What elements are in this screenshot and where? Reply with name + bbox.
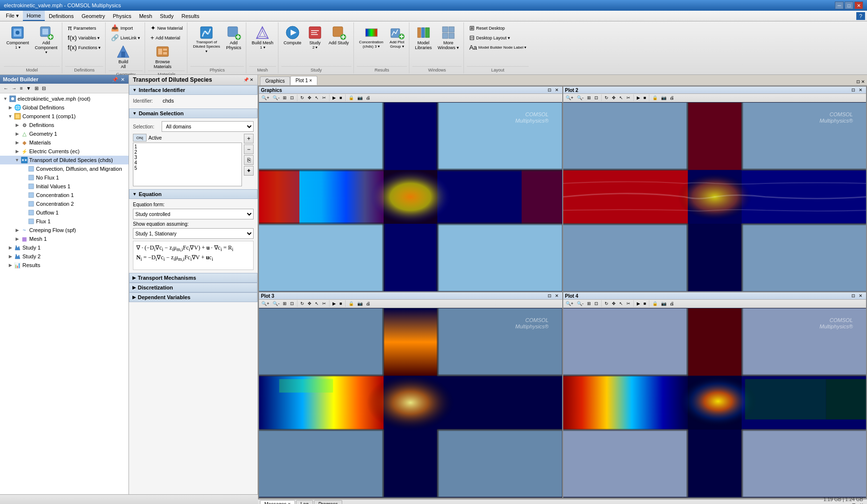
- tree-component1[interactable]: ▼ Component 1 (comp1): [0, 112, 129, 121]
- zoom-in-btn[interactable]: 🔍+: [260, 94, 271, 101]
- tree-initial-values1[interactable]: Initial Values 1: [0, 182, 129, 191]
- equation-form-dropdown[interactable]: Study controlled: [133, 209, 254, 219]
- tree-expand-all-btn[interactable]: ⊞: [33, 85, 40, 92]
- tab-log[interactable]: Log: [296, 500, 313, 504]
- p3-lock[interactable]: 🔒: [347, 300, 355, 307]
- domain-item-1[interactable]: 1: [134, 144, 240, 149]
- plot1-close-btn[interactable]: ✕: [553, 87, 560, 93]
- compute-button[interactable]: Compute: [281, 23, 304, 47]
- export-btn[interactable]: 🖨: [365, 94, 372, 101]
- p4-plot[interactable]: ▶: [635, 300, 642, 307]
- domain-selection-section[interactable]: ▼ Domain Selection: [129, 108, 258, 118]
- p3-fit[interactable]: ⊡: [289, 300, 295, 307]
- p4-rotate[interactable]: ↻: [603, 300, 610, 307]
- model-libraries-button[interactable]: Model Libraries: [412, 23, 434, 52]
- show-equation-dropdown[interactable]: Study 1, Stationary: [133, 228, 254, 239]
- tree-view-btn[interactable]: ▼: [25, 85, 33, 92]
- zoom-out-btn[interactable]: 🔍-: [271, 94, 281, 101]
- dependent-variables-section[interactable]: ▶ Dependent Variables: [129, 292, 258, 302]
- tab-messages[interactable]: Messages ×: [260, 500, 295, 504]
- p3-zoom-in[interactable]: 🔍+: [260, 300, 271, 307]
- menu-mesh[interactable]: Mesh: [135, 11, 156, 21]
- tree-expand-btn[interactable]: ≡: [18, 85, 24, 92]
- build-mesh-button[interactable]: Build Mesh 1 ▾: [249, 23, 276, 51]
- menu-definitions[interactable]: Definitions: [45, 11, 77, 21]
- menu-geometry[interactable]: Geometry: [77, 11, 109, 21]
- domain-add-btn[interactable]: +: [244, 134, 254, 144]
- fit-btn[interactable]: ⊡: [289, 94, 295, 101]
- close-button[interactable]: ✕: [854, 1, 863, 9]
- tab-graphics[interactable]: Graphics: [260, 76, 290, 85]
- plot1-undock-btn[interactable]: ⊡: [546, 87, 553, 93]
- tree-outflow1[interactable]: Outflow 1: [0, 208, 129, 217]
- p4-export[interactable]: 🖨: [668, 300, 676, 307]
- p4-clip[interactable]: ✂: [625, 300, 632, 307]
- tree-convection-diffusion[interactable]: Convection, Diffusion, and Migration: [0, 164, 129, 173]
- tree-concentration2[interactable]: Concentration 2: [0, 199, 129, 208]
- new-material-button[interactable]: ✦ New Material: [148, 23, 185, 33]
- domain-item-4[interactable]: 4: [134, 160, 240, 165]
- p2-clip[interactable]: ✂: [625, 94, 632, 101]
- tree-results[interactable]: ▶ 📊 Results: [0, 261, 129, 270]
- tree-no-flux1[interactable]: No Flux 1: [0, 173, 129, 182]
- p4-zoom-box[interactable]: ⊞: [586, 300, 592, 307]
- tree-transport-diluted[interactable]: ▼ Transport of Diluted Species (chds): [0, 156, 129, 164]
- rotate-btn[interactable]: ↻: [299, 94, 306, 101]
- minimize-button[interactable]: ─: [835, 1, 844, 9]
- pan-btn[interactable]: ✥: [306, 94, 313, 101]
- domain-copy-btn[interactable]: ⎘: [244, 155, 254, 165]
- p2-pan[interactable]: ✥: [610, 94, 617, 101]
- p4-camera[interactable]: 📷: [660, 300, 668, 307]
- menu-file[interactable]: File ▾: [2, 11, 23, 21]
- model-builder-close-btn[interactable]: ✕: [120, 77, 126, 82]
- functions-button[interactable]: f(x) Functions ▾: [65, 43, 103, 52]
- domain-item-3[interactable]: 3: [134, 155, 240, 160]
- add-study-button[interactable]: Add Study: [326, 23, 351, 47]
- msg-undock-btn[interactable]: ⊡: [850, 502, 857, 504]
- tree-concentration1[interactable]: Concentration 1: [0, 191, 129, 199]
- interface-identifier-section[interactable]: ▼ Interface Identifier: [129, 85, 258, 95]
- plot4-undock-btn[interactable]: ⊡: [850, 293, 857, 299]
- plot3-undock-btn[interactable]: ⊡: [546, 293, 553, 299]
- p3-zoom-out[interactable]: 🔍-: [271, 300, 281, 307]
- tree-collapse-all-btn[interactable]: ⊟: [40, 85, 47, 92]
- tree-study1[interactable]: ▶ Study 1: [0, 243, 129, 252]
- active-toggle[interactable]: ON|: [133, 134, 147, 142]
- browse-materials-button[interactable]: Browse Materials: [148, 42, 177, 71]
- p4-fit[interactable]: ⊡: [593, 300, 600, 307]
- domain-remove-btn[interactable]: −: [244, 144, 254, 154]
- transport-mechanisms-section[interactable]: ▶ Transport Mechanisms: [129, 273, 258, 283]
- p4-pan[interactable]: ✥: [610, 300, 617, 307]
- p2-lock[interactable]: 🔒: [651, 94, 659, 101]
- reset-desktop-button[interactable]: ⊞ Reset Desktop: [467, 23, 529, 33]
- p2-select[interactable]: ↖: [618, 94, 625, 101]
- add-component-button[interactable]: Add Component ▾: [33, 23, 60, 56]
- plot4-close-btn[interactable]: ✕: [857, 293, 864, 299]
- p4-select[interactable]: ↖: [618, 300, 625, 307]
- import-button[interactable]: 📥 Import: [109, 23, 143, 33]
- transport-diluted-button[interactable]: Transport ofDiluted Species ▾: [190, 23, 222, 55]
- tree-back-btn[interactable]: ←: [2, 85, 10, 92]
- p3-camera[interactable]: 📷: [356, 300, 364, 307]
- p3-pan[interactable]: ✥: [306, 300, 313, 307]
- physics-pin-btn[interactable]: 📌: [243, 77, 249, 82]
- domain-list[interactable]: 1 2 3 4 5: [133, 143, 242, 186]
- tree-geometry1[interactable]: ▶ △ Geometry 1: [0, 129, 129, 138]
- node-label-button[interactable]: Aa Model Builder Node Label ▾: [467, 43, 529, 52]
- parameters-button[interactable]: π Parameters: [65, 23, 103, 33]
- p4-stop[interactable]: ■: [642, 300, 647, 307]
- menu-results[interactable]: Results: [178, 11, 203, 21]
- selection-dropdown[interactable]: All domains: [162, 121, 254, 132]
- menu-physics[interactable]: Physics: [109, 11, 135, 21]
- tree-materials[interactable]: ▶ ◆ Materials: [0, 138, 129, 147]
- tree-root[interactable]: ▼ electrokinetic_valve.mph (root): [0, 94, 129, 103]
- p2-plot[interactable]: ▶: [635, 94, 642, 101]
- graphics-close-btn[interactable]: ✕: [861, 79, 865, 84]
- tree-global-defs[interactable]: ▶ 🌐 Global Definitions: [0, 103, 129, 112]
- p3-plot[interactable]: ▶: [331, 300, 337, 307]
- p3-export[interactable]: 🖨: [365, 300, 372, 307]
- p3-select[interactable]: ↖: [314, 300, 320, 307]
- p3-clip[interactable]: ✂: [321, 300, 328, 307]
- study-button[interactable]: Study 2 ▾: [305, 23, 325, 51]
- tree-study2[interactable]: ▶ Study 2: [0, 252, 129, 261]
